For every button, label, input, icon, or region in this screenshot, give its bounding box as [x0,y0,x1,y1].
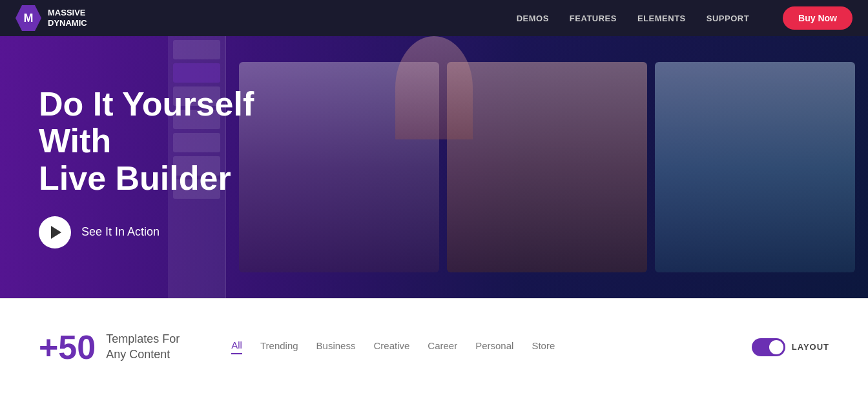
hero-section: MASSIVE DYNAMIC DEMOS FEATURES ELEMENTS … [0,0,868,298]
fashion-img-right [655,62,855,272]
count-label-line1: Templates For [106,332,180,345]
fashion-img-center-bg [447,62,647,272]
person-silhouette [395,36,473,139]
navbar: M MASSIVE DYNAMIC DEMOS FEATURES ELEMENT… [0,0,868,36]
nav-support[interactable]: SUPPORT [707,14,749,23]
tab-personal[interactable]: Personal [475,340,513,354]
hero-cta-text: See It In Action [81,225,160,239]
logo-line1: MASSIVE [48,8,86,17]
play-button[interactable] [39,216,71,248]
filter-tabs: All Trending Business Creative Career Pe… [231,339,751,354]
logo-icon: M [16,5,41,31]
nav-links: DEMOS FEATURES ELEMENTS SUPPORT Buy Now [517,6,852,30]
fashion-img-right-bg [655,62,855,272]
layout-toggle: LAYOUT [752,338,829,356]
fashion-images-bg [226,36,868,298]
hero-title: Do It Yourself With Live Builder [39,86,258,197]
layout-label: LAYOUT [792,342,829,352]
hero-cta-button[interactable]: See It In Action [39,216,258,248]
tab-creative[interactable]: Creative [373,340,409,354]
count-label-line2: Any Content [106,348,170,361]
hero-title-line2: Live Builder [39,159,231,197]
hero-title-line1: Do It Yourself With [39,85,254,159]
bottom-section: +50 Templates For Any Content All Trendi… [0,298,868,395]
nav-features[interactable]: FEATURES [570,14,617,23]
count-number: +50 [39,330,96,364]
toggle-knob [769,340,783,354]
tab-business[interactable]: Business [316,340,356,354]
tab-career[interactable]: Career [428,340,457,354]
toggle-switch[interactable] [752,338,785,356]
nav-demos[interactable]: DEMOS [517,14,549,23]
fashion-img-center [447,62,647,272]
logo-area: M MASSIVE DYNAMIC [16,5,87,31]
tab-store[interactable]: Store [532,340,555,354]
templates-count: +50 Templates For Any Content [39,330,180,364]
logo-text: MASSIVE DYNAMIC [48,8,87,28]
nav-elements[interactable]: ELEMENTS [637,14,686,23]
tab-trending[interactable]: Trending [260,340,298,354]
count-label: Templates For Any Content [106,332,180,362]
logo-line2: DYNAMIC [48,18,87,28]
hero-content: Do It Yourself With Live Builder See It … [0,36,297,298]
buy-now-button[interactable]: Buy Now [783,6,852,30]
play-icon [51,226,61,239]
tab-all[interactable]: All [231,339,242,354]
